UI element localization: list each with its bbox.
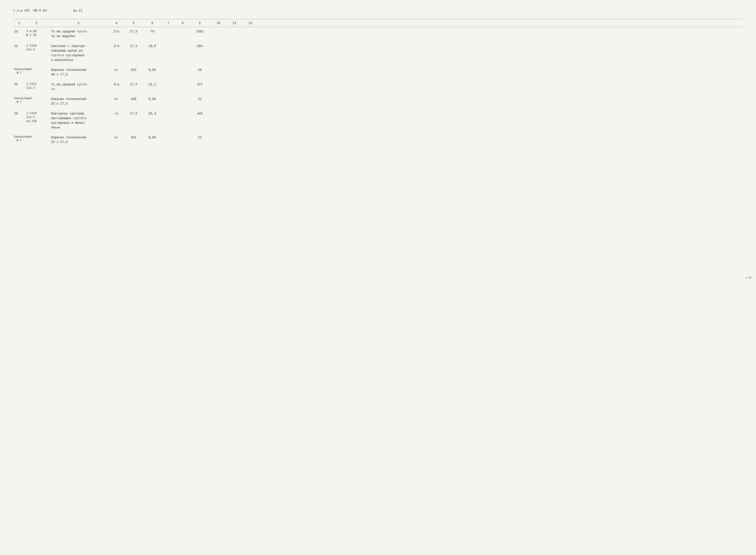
col-header-8: 8: [175, 22, 190, 25]
cell-kalk2-5: 438: [124, 97, 143, 102]
table-row: I6 I-III6 II4-I п3.I39 Повторное сжигани…: [13, 111, 743, 130]
cell-15-1: I5: [13, 82, 26, 87]
table-row: I5 I-IIII II4-2 То же,средней густо- ты: [13, 82, 743, 92]
cell-kalk1-12: [242, 68, 259, 68]
cell-kalk3-2: [26, 135, 47, 135]
cell-kalk3-6: 0,05: [143, 135, 161, 140]
cell-13-8: [175, 29, 190, 30]
cell-kalk3-10: [210, 135, 227, 135]
cell-16-3: Повторное сжигание несгоревших густого к…: [47, 111, 109, 130]
col-header-1: 1: [13, 22, 26, 25]
cell-kalk3-11: [227, 135, 242, 135]
cell-kalk3-3: Керосин технический I5 х I7,5: [47, 135, 109, 145]
cell-16-1: I6: [13, 111, 26, 116]
col-header-9: 9: [190, 22, 210, 25]
cell-kalk1-1: Калькуляция № I: [13, 68, 26, 75]
cell-kalk1-5: 525: [124, 68, 143, 73]
col-header-5: 5: [124, 22, 143, 25]
col-header-7: 7: [161, 22, 175, 25]
page-header: т.п.р 4II -00-5.84 ал.II: [13, 9, 743, 12]
cell-16-6: 25,3: [143, 111, 161, 116]
cell-14-5: I7,5: [124, 44, 143, 49]
cell-kalk1-6: 0,05: [143, 68, 161, 73]
col-header-10: I0: [210, 22, 227, 25]
cell-kalk3-7: [161, 135, 175, 135]
cell-15-6: 2I,2: [143, 82, 161, 87]
cell-15-2: I-IIII II4-2: [26, 82, 47, 90]
cell-16-7: [161, 111, 175, 112]
cell-16-5: I7,5: [124, 111, 143, 116]
page-ref: т.п.р 4II -00-5.84: [13, 9, 47, 12]
cell-kalk1-4: кг: [109, 68, 124, 73]
cell-14-6: 28,8: [143, 44, 161, 49]
cell-15-8: [175, 82, 190, 83]
page-wrapper: т.п.р 4II -00-5.84 ал.II 1 2 3 4 5 6 7 8…: [13, 9, 743, 152]
cell-kalk2-6: 0,05: [143, 97, 161, 102]
cell-kalk3-4: кг: [109, 135, 124, 140]
cell-16-4: га: [109, 111, 124, 116]
cell-14-10: [210, 44, 227, 44]
cell-13-11: [227, 29, 242, 30]
cell-kalk1-2: [26, 68, 47, 68]
table-header-row: 1 2 3 4 5 6 7 8 9 I0 II I2: [13, 19, 743, 27]
cell-kalk2-7: [161, 97, 175, 97]
cell-16-2: I-III6 II4-I п3.I39: [26, 111, 47, 124]
cell-14-8: [175, 44, 190, 44]
table-row: Калькуляция № I Керосин технический 25 х…: [13, 97, 743, 106]
cell-kalk3-5: 262: [124, 135, 143, 140]
cell-16-11: [227, 111, 242, 112]
cell-14-11: [227, 44, 242, 44]
cell-kalk2-3: Керосин технический 25 х I7,5: [47, 97, 109, 106]
cell-kalk2-8: [175, 97, 190, 97]
col-header-11: II: [227, 22, 242, 25]
table-row: Калькуляция № I Керосин технический I5 х…: [13, 135, 743, 145]
cell-kalk2-10: [210, 97, 227, 97]
col-header-3: 3: [47, 22, 109, 25]
cell-14-4: Iга: [109, 44, 124, 49]
col-header-2: 2: [26, 22, 47, 25]
cell-13-1: I3: [13, 29, 26, 34]
table-row: I4 I-IIIO II4-I Сжигание с перетря- хива…: [13, 44, 743, 63]
cell-kalk2-2: [26, 97, 47, 97]
cell-kalk2-9: 22: [190, 97, 210, 102]
cell-kalk1-10: [210, 68, 227, 68]
cell-14-3: Сжигание с перетря- хиванием валов из гу…: [47, 44, 109, 63]
table-content: I3 I-4,2Б № I-25 То же,средней густо- ты…: [13, 27, 743, 152]
cell-13-2: I-4,2Б № I-25: [26, 29, 47, 38]
cell-13-10: [210, 29, 227, 30]
cell-15-11: [227, 82, 242, 83]
cell-kalk1-11: [227, 68, 242, 68]
cell-kalk3-1: Калькуляция № I: [13, 135, 26, 142]
cell-13-9: I382: [190, 29, 210, 34]
cell-15-10: [210, 82, 227, 83]
table-row: Калькуляция № I Керосин технический 30 х…: [13, 68, 743, 77]
cell-15-9: 37I: [190, 82, 210, 87]
cell-kalk2-12: [242, 97, 259, 97]
cell-kalk2-4: кг: [109, 97, 124, 102]
cell-kalk1-9: 26: [190, 68, 210, 73]
cell-kalk1-3: Керосин технический 30 х I7,5: [47, 68, 109, 77]
col-header-4: 4: [109, 22, 124, 25]
cell-kalk1-8: [175, 68, 190, 68]
col-header-6: 6: [143, 22, 161, 25]
page-num: ал.II: [73, 9, 82, 12]
cell-14-1: I4: [13, 44, 26, 49]
cell-15-7: [161, 82, 175, 83]
cell-16-12: [242, 111, 259, 112]
table-row: I3 I-4,2Б № I-25 То же,средней густо- ты…: [13, 29, 743, 39]
cell-15-12: [242, 82, 259, 83]
cell-kalk3-8: [175, 135, 190, 135]
table-container: 1 2 3 4 5 6 7 8 9 I0 II I2 I3 I-4,2Б: [13, 19, 743, 152]
cell-14-7: [161, 44, 175, 44]
cell-13-12: [242, 29, 259, 30]
cell-14-2: I-IIIO II4-I: [26, 44, 47, 52]
cell-13-3: То же,средней густо- ты на вырубке: [47, 29, 109, 39]
cell-kalk3-9: I3: [190, 135, 210, 140]
cell-15-4: Iга: [109, 82, 124, 87]
col-header-12: I2: [242, 22, 259, 25]
cell-16-8: [175, 111, 190, 112]
cell-13-6: 79: [143, 29, 161, 34]
cell-16-10: [210, 111, 227, 112]
cell-15-5: I7,5: [124, 82, 143, 87]
cell-14-9: 504: [190, 44, 210, 49]
